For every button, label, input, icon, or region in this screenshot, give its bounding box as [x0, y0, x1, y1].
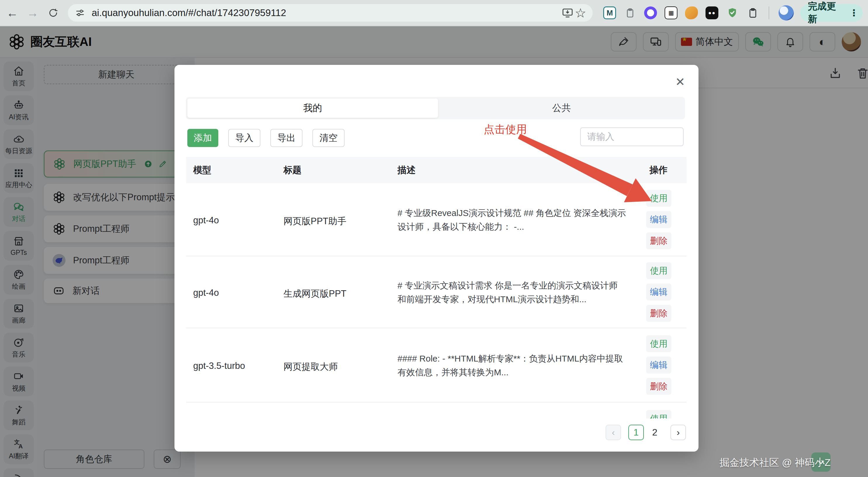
cell-model: gpt-3.5-turbo	[193, 361, 245, 371]
use-button[interactable]: 使用	[646, 410, 671, 419]
browser-toolbar: ← → ai.quanyouhulian.com/#/chat/17423079…	[0, 0, 868, 26]
table-row: gpt-4o 生成网页版PPT # 专业演示文稿设计需求 你是一名专业的演示文稿…	[186, 256, 686, 328]
cell-desc: #### Role: - **HTML解析专家**：负责从HTML内容中提取有效…	[398, 352, 626, 379]
browser-reload-button[interactable]	[45, 5, 61, 21]
export-button[interactable]: 导出	[270, 129, 303, 147]
col-desc: 描述	[398, 164, 415, 176]
next-page-button[interactable]: ›	[671, 425, 686, 440]
extension-m-icon[interactable]: M	[603, 6, 616, 19]
cell-title: 生成网页版PPT	[283, 288, 346, 300]
extension-cat-icon[interactable]	[685, 6, 698, 19]
delete-button[interactable]: 删除	[646, 378, 671, 395]
modal-close-icon[interactable]: ✕	[675, 76, 685, 88]
extension-clipboard-icon[interactable]	[746, 6, 759, 19]
cell-model: gpt-4o	[193, 288, 219, 298]
watermark: 掘金技术社区 @ 神码小Z	[719, 456, 831, 469]
page-2-button[interactable]: 2	[647, 425, 662, 440]
col-model: 模型	[193, 164, 211, 176]
cell-model: gpt-4o	[193, 215, 219, 226]
add-button[interactable]: 添加	[187, 129, 218, 147]
bookmark-star-icon[interactable]: ☆	[574, 6, 587, 19]
browser-back-button[interactable]: ←	[4, 5, 21, 21]
extension-docs-icon[interactable]	[624, 6, 637, 19]
use-button[interactable]: 使用	[646, 262, 671, 279]
cell-title: 网页版PPT助手	[283, 215, 346, 228]
browser-menu-icon[interactable]: ⋮	[849, 7, 859, 19]
edit-button[interactable]: 编辑	[646, 284, 671, 300]
edit-button[interactable]: 编辑	[646, 211, 671, 228]
browser-profile-avatar[interactable]	[779, 5, 794, 21]
extension-translate-icon[interactable]: ●●	[706, 6, 718, 19]
address-bar[interactable]: ai.quanyouhulian.com/#/chat/174230795911…	[68, 4, 593, 22]
install-app-icon[interactable]	[561, 6, 574, 19]
table-row: gpt-4o 网页版PPT助手 # 专业级RevealJS演示设计规范 ## 角…	[186, 183, 686, 256]
use-button[interactable]: 使用	[646, 335, 671, 352]
cell-title: 网页提取大师	[283, 361, 338, 373]
extension-monica-icon[interactable]	[644, 6, 657, 19]
col-actions: 操作	[649, 164, 668, 176]
modal-tabs: 我的 公共	[186, 97, 685, 119]
update-label: 完成更新	[808, 0, 845, 26]
pagination: ‹ 1 2 ›	[175, 425, 699, 441]
site-settings-icon[interactable]	[74, 6, 87, 19]
prompt-store-dialog: ✕ 我的 公共 添加 导入 导出 清空 点击使用 模型 标题 描述 操作 gpt…	[175, 65, 699, 452]
cell-desc: # 专业级RevealJS演示设计规范 ## 角色定位 资深全栈演示设计师，具备…	[398, 206, 626, 234]
page-1-button[interactable]: 1	[628, 425, 644, 440]
tab-mine[interactable]: 我的	[187, 98, 438, 118]
search-input[interactable]	[580, 127, 684, 146]
table-row: gpt-3.5-turbo 网页提取大师 #### Role: - **HTML…	[186, 328, 686, 403]
delete-button[interactable]: 删除	[646, 232, 671, 249]
table-row-partial: 使用	[186, 403, 686, 419]
annotation-text: 点击使用	[484, 122, 527, 137]
extensions-row: M ▦ ●●	[603, 5, 794, 21]
toolbar-divider	[769, 6, 769, 19]
browser-forward-button[interactable]: →	[25, 5, 41, 21]
extension-qr-icon[interactable]: ▦	[664, 6, 677, 19]
col-title: 标题	[283, 164, 302, 176]
tab-public[interactable]: 公共	[439, 97, 684, 119]
cell-desc: # 专业演示文稿设计需求 你是一名专业的演示文稿设计师和前端开发专家，对现代HT…	[398, 278, 626, 306]
import-button[interactable]: 导入	[228, 129, 260, 147]
extension-adguard-icon[interactable]	[726, 6, 739, 19]
edit-button[interactable]: 编辑	[646, 357, 671, 374]
chrome-update-button[interactable]: 完成更新 ⋮	[800, 4, 863, 22]
url-text[interactable]: ai.quanyouhulian.com/#/chat/174230795911…	[92, 7, 561, 19]
table-body: gpt-4o 网页版PPT助手 # 专业级RevealJS演示设计规范 ## 角…	[186, 183, 686, 419]
prev-page-button[interactable]: ‹	[606, 425, 621, 440]
clear-button[interactable]: 清空	[312, 129, 345, 147]
delete-button[interactable]: 删除	[646, 305, 671, 322]
use-button[interactable]: 使用	[646, 190, 671, 207]
table-header: 模型 标题 描述 操作	[186, 157, 686, 183]
